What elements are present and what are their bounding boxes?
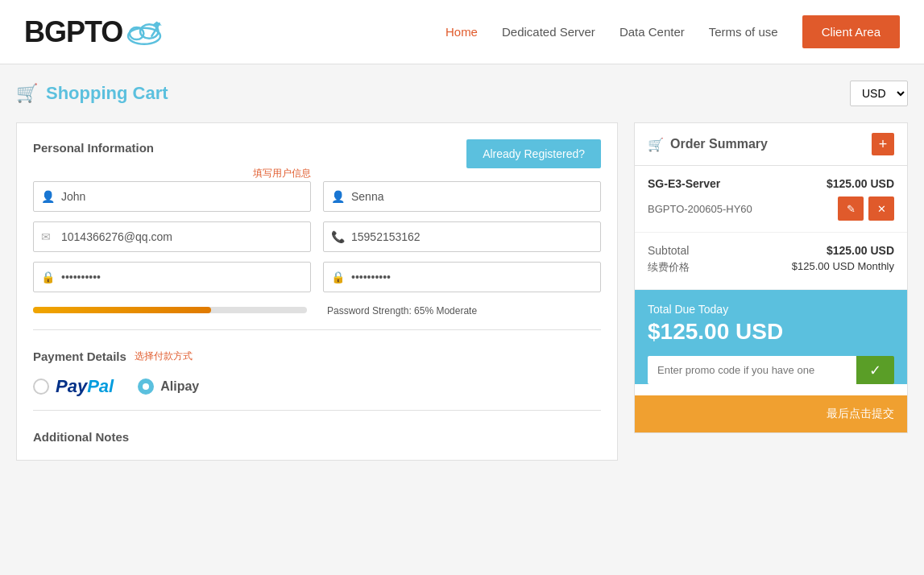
- lock-icon-2: 🔒: [331, 271, 345, 283]
- svg-marker-3: [152, 21, 163, 29]
- order-cart-icon: 🛒: [648, 137, 664, 152]
- order-summary-header: 🛒 Order Summary +: [635, 123, 907, 166]
- edit-item-button[interactable]: ✎: [838, 196, 864, 221]
- delete-item-button[interactable]: ✕: [868, 196, 894, 221]
- cart-icon: 🛒: [16, 83, 38, 104]
- phone-field: 📞: [323, 221, 601, 252]
- name-row: 填写用户信息 👤 👤: [33, 181, 601, 212]
- subtotal-label: Subtotal: [648, 244, 689, 257]
- contact-row: ✉ 📞: [33, 221, 601, 252]
- paypal-radio[interactable]: [33, 379, 49, 395]
- promo-submit-button[interactable]: ✓: [856, 356, 894, 384]
- nav-terms-of-use[interactable]: Terms of use: [709, 25, 778, 39]
- confirm-password-field: 🔒: [323, 262, 601, 292]
- password-input[interactable]: [33, 262, 311, 292]
- subtotal-row: Subtotal $125.00 USD: [648, 244, 894, 257]
- paypal-logo: PayPal: [56, 376, 114, 397]
- add-item-button[interactable]: +: [872, 133, 894, 155]
- logo: BGPTO: [24, 15, 164, 49]
- total-due-label: Total Due Today: [648, 303, 894, 316]
- total-due-amount: $125.00 USD: [648, 319, 894, 345]
- nav-data-center[interactable]: Data Center: [619, 25, 685, 39]
- total-due-section: Total Due Today $125.00 USD ✓: [635, 290, 907, 384]
- already-registered-button[interactable]: Already Registered?: [466, 139, 601, 168]
- first-name-field: 填写用户信息 👤: [33, 181, 311, 212]
- nav-dedicated-server[interactable]: Dedicated Server: [502, 25, 595, 39]
- phone-icon: 📞: [331, 230, 345, 243]
- last-name-input[interactable]: [323, 181, 601, 212]
- user-icon: 👤: [41, 190, 55, 203]
- cart-header: 🛒 Shopping Cart USD EUR CNY: [16, 81, 908, 106]
- alipay-radio[interactable]: [138, 379, 154, 395]
- nav-home[interactable]: Home: [445, 25, 478, 39]
- email-input[interactable]: [33, 221, 311, 252]
- promo-code-input[interactable]: [648, 356, 856, 384]
- payment-cn-label: 选择付款方式: [135, 350, 193, 363]
- currency-selector[interactable]: USD EUR CNY: [850, 81, 908, 106]
- cn-label-userinfo: 填写用户信息: [253, 167, 311, 180]
- page-content: 🛒 Shopping Cart USD EUR CNY Personal Inf…: [0, 64, 924, 477]
- order-item-actions: ✎ ✕: [838, 196, 894, 221]
- bottom-bar: 最后点击提交: [635, 395, 907, 432]
- header: BGPTO Home Dedicated Server Data Center …: [0, 0, 924, 64]
- personal-info-title: Personal Information: [33, 141, 154, 155]
- subtotal-value: $125.00 USD: [827, 244, 894, 257]
- additional-notes-section: Additional Notes: [33, 430, 601, 444]
- payment-title: Payment Details: [33, 350, 126, 363]
- password-strength-text-wrap: Password Strength: 65% Moderate: [319, 302, 601, 316]
- logo-text: BGPTO: [24, 15, 122, 49]
- personal-info-header: Personal Information Already Registered?: [33, 139, 601, 168]
- renewal-value: $125.00 USD Monthly: [792, 260, 894, 275]
- main-layout: Personal Information Already Registered?…: [16, 122, 908, 461]
- order-item: SG-E3-Server $125.00 USD BGPTO-200605-HY…: [635, 166, 907, 233]
- main-nav: Home Dedicated Server Data Center Terms …: [445, 15, 900, 48]
- email-field: ✉: [33, 221, 311, 252]
- right-panel: 🛒 Order Summary + SG-E3-Server $125.00 U…: [634, 122, 908, 433]
- order-item-code: BGPTO-200605-HY60: [648, 203, 752, 215]
- last-name-field: 👤: [323, 181, 601, 212]
- password-bar-bg: [33, 307, 307, 313]
- order-item-price: $125.00 USD: [827, 177, 894, 190]
- subtotal-section: Subtotal $125.00 USD 续费价格 $125.00 USD Mo…: [635, 233, 907, 290]
- cart-title-wrap: 🛒 Shopping Cart: [16, 83, 168, 104]
- password-row: 🔒 🔒: [33, 262, 601, 292]
- logo-cloud-icon: [124, 16, 164, 48]
- email-icon: ✉: [41, 230, 51, 243]
- payment-options: PayPal Alipay: [33, 376, 601, 397]
- password-field: 🔒: [33, 262, 311, 292]
- payment-section: Payment Details 选择付款方式 PayPal Alipay: [33, 350, 601, 397]
- first-name-input[interactable]: [33, 181, 311, 212]
- phone-input[interactable]: [323, 221, 601, 252]
- paypal-option[interactable]: PayPal: [33, 376, 114, 397]
- renewal-label: 续费价格: [648, 260, 690, 275]
- lock-icon: 🔒: [41, 271, 55, 283]
- renewal-row: 续费价格 $125.00 USD Monthly: [648, 260, 894, 275]
- promo-row: ✓: [648, 356, 894, 384]
- left-panel: Personal Information Already Registered?…: [16, 122, 618, 461]
- order-summary-title: Order Summary: [670, 137, 768, 151]
- password-bar: [33, 307, 211, 313]
- order-item-name-row: SG-E3-Server $125.00 USD: [648, 177, 894, 190]
- password-strength-text: Password Strength: 65% Moderate: [327, 305, 477, 316]
- bottom-submit-label: 最后点击提交: [827, 407, 894, 421]
- cart-title: Shopping Cart: [46, 83, 168, 104]
- alipay-label: Alipay: [160, 379, 199, 394]
- additional-notes-title: Additional Notes: [33, 430, 129, 444]
- password-strength-row: Password Strength: 65% Moderate: [33, 302, 601, 316]
- order-summary-title-wrap: 🛒 Order Summary: [648, 137, 768, 152]
- password-strength-wrap: [33, 302, 307, 316]
- order-item-name: SG-E3-Server: [648, 177, 720, 190]
- confirm-password-input[interactable]: [323, 262, 601, 292]
- user-icon-2: 👤: [331, 190, 345, 203]
- alipay-option[interactable]: Alipay: [138, 379, 199, 395]
- client-area-button[interactable]: Client Area: [802, 15, 900, 48]
